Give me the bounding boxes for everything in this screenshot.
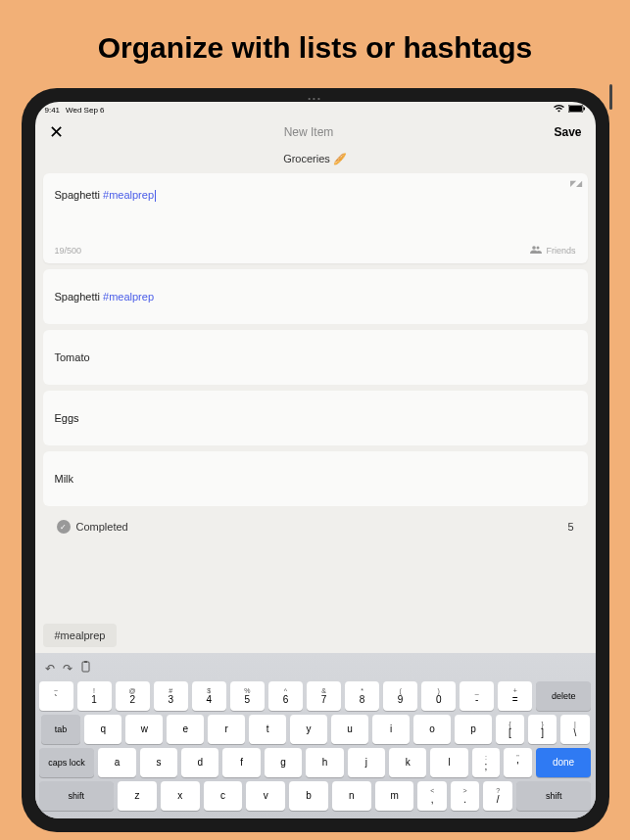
redo-button[interactable]: ↷	[63, 662, 73, 676]
key-o[interactable]: o	[413, 715, 451, 744]
key-=[interactable]: +=	[498, 681, 532, 711]
item-text: Eggs	[55, 412, 79, 424]
clipboard-button[interactable]	[80, 661, 91, 676]
key-f[interactable]: f	[222, 748, 260, 777]
list-item[interactable]: Eggs	[43, 391, 588, 445]
keyboard-row-qwerty: tabqwertyuiop{[}]|\	[39, 715, 592, 744]
keyboard-row-numbers: ~`!1@2#3$4%5^6&7*8(9)0_-+=delete	[39, 681, 592, 711]
key-`[interactable]: ~`	[39, 681, 73, 711]
key-e[interactable]: e	[167, 715, 204, 744]
save-button[interactable]: Save	[554, 125, 581, 139]
side-button	[609, 84, 612, 110]
list-title: Groceries 🥖	[35, 149, 596, 173]
key-a[interactable]: a	[98, 748, 135, 777]
page-headline: Organize with lists or hashtags	[0, 0, 630, 88]
completed-section[interactable]: ✓ Completed 5	[43, 512, 588, 541]
svg-rect-1	[569, 106, 582, 112]
key-punct[interactable]: "'	[504, 748, 531, 777]
editor-hashtag: #mealprep	[103, 189, 154, 201]
key-4[interactable]: $4	[192, 681, 226, 711]
done-key[interactable]: done	[536, 748, 592, 777]
key-j[interactable]: j	[348, 748, 385, 777]
nav-bar: ✕ New Item Save	[35, 116, 596, 149]
key-h[interactable]: h	[306, 748, 343, 777]
shift-key[interactable]: shift	[516, 781, 592, 811]
key-g[interactable]: g	[265, 748, 302, 777]
keyboard-row-asdf: caps lockasdfghjkl:;"'done	[39, 748, 592, 777]
completed-count: 5	[567, 521, 573, 533]
key-w[interactable]: w	[125, 715, 163, 744]
delete-key[interactable]: delete	[536, 681, 591, 711]
key-n[interactable]: n	[332, 781, 371, 811]
key-0[interactable]: )0	[421, 681, 456, 711]
editor-text: Spaghetti	[55, 189, 104, 201]
key-c[interactable]: c	[204, 781, 243, 811]
key-u[interactable]: u	[331, 715, 368, 744]
svg-point-3	[533, 246, 537, 250]
key-7[interactable]: &7	[307, 681, 341, 711]
key--[interactable]: _-	[460, 681, 494, 711]
nav-title: New Item	[284, 125, 334, 139]
keyboard: ↶ ↷ ~`!1@2#3$4%5^6&7*8(9)0_-+=delete tab…	[35, 653, 596, 818]
key-punct[interactable]: <,	[417, 781, 446, 811]
status-time: 9:41	[45, 106, 61, 115]
screen: 9:41 Wed Sep 6 ✕ New Item Save Groceries…	[35, 102, 596, 818]
key-6[interactable]: ^6	[268, 681, 303, 711]
key-t[interactable]: t	[249, 715, 286, 744]
svg-rect-2	[583, 108, 585, 111]
key-1[interactable]: !1	[77, 681, 112, 711]
tab-key[interactable]: tab	[41, 715, 81, 744]
key-punct[interactable]: >.	[451, 781, 479, 811]
shift-key[interactable]: shift	[39, 781, 115, 811]
content-area: ◤◢ Spaghetti #mealprep 19/500 Friends	[35, 173, 596, 622]
key-m[interactable]: m	[375, 781, 414, 811]
close-button[interactable]: ✕	[49, 121, 64, 143]
notch-dots: •••	[308, 94, 321, 103]
key-i[interactable]: i	[372, 715, 410, 744]
key-r[interactable]: r	[208, 715, 245, 744]
key-punct[interactable]: ?/	[483, 781, 511, 811]
list-item[interactable]: Tomato	[43, 330, 588, 385]
hashtag-suggestion[interactable]: #mealprep	[43, 624, 118, 647]
capslock-key[interactable]: caps lock	[39, 748, 95, 777]
key-s[interactable]: s	[140, 748, 177, 777]
key-8[interactable]: *8	[345, 681, 379, 711]
undo-button[interactable]: ↶	[45, 662, 55, 676]
list-item[interactable]: Spaghetti #mealprep	[43, 269, 588, 324]
item-text: Tomato	[55, 351, 90, 363]
hashtag-suggestion-bar: #mealprep	[43, 624, 588, 647]
key-2[interactable]: @2	[116, 681, 150, 711]
keyboard-toolbar: ↶ ↷	[39, 657, 592, 681]
item-text: Milk	[55, 473, 74, 485]
key-y[interactable]: y	[290, 715, 327, 744]
expand-icon[interactable]: ◤◢	[570, 179, 582, 188]
item-text: Spaghetti	[55, 291, 104, 303]
key-5[interactable]: %5	[230, 681, 265, 711]
key-v[interactable]: v	[246, 781, 285, 811]
audience-selector[interactable]: Friends	[530, 246, 575, 256]
key-d[interactable]: d	[181, 748, 218, 777]
key-3[interactable]: #3	[154, 681, 188, 711]
key-p[interactable]: p	[455, 715, 492, 744]
status-date: Wed Sep 6	[66, 106, 104, 115]
key-bracket[interactable]: }]	[528, 715, 557, 744]
key-bracket[interactable]: |\	[560, 715, 589, 744]
svg-rect-5	[82, 662, 89, 672]
item-hashtag: #mealprep	[103, 291, 154, 303]
key-l[interactable]: l	[430, 748, 467, 777]
key-q[interactable]: q	[84, 715, 121, 744]
keyboard-row-zxcv: shiftzxcvbnm<,>.?/shift	[39, 781, 592, 811]
key-punct[interactable]: :;	[472, 748, 500, 777]
key-9[interactable]: (9	[383, 681, 417, 711]
key-k[interactable]: k	[389, 748, 426, 777]
wifi-icon	[554, 105, 564, 115]
battery-icon	[568, 105, 586, 115]
key-x[interactable]: x	[161, 781, 200, 811]
svg-rect-6	[84, 661, 87, 663]
status-bar: 9:41 Wed Sep 6	[35, 102, 596, 116]
key-bracket[interactable]: {[	[496, 715, 524, 744]
new-item-editor[interactable]: ◤◢ Spaghetti #mealprep 19/500 Friends	[43, 173, 588, 263]
key-b[interactable]: b	[289, 781, 328, 811]
list-item[interactable]: Milk	[43, 451, 588, 506]
key-z[interactable]: z	[118, 781, 157, 811]
